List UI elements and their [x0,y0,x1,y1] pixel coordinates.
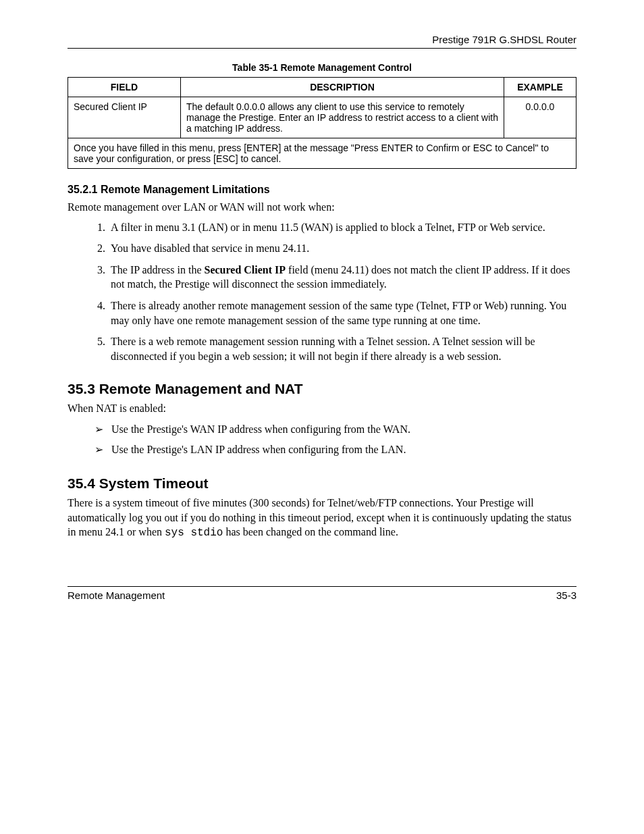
list-item: A filter in menu 3.1 (LAN) or in menu 11… [108,220,576,235]
heading-35-2-1: 35.2.1 Remote Management Limitations [68,184,576,196]
page: Prestige 791R G.SHDSL Router Table 35-1 … [0,0,644,834]
th-description: DESCRIPTION [181,78,504,97]
nat-list: Use the Prestige's WAN IP address when c… [68,421,576,458]
page-header: Prestige 791R G.SHDSL Router [68,34,576,49]
code-sys-stdio: sys stdio [165,527,223,539]
footer-right: 35-3 [556,590,576,601]
cell-description: The default 0.0.0.0 allows any client to… [181,97,504,138]
intro-35-2-1: Remote management over LAN or WAN will n… [68,200,576,215]
list-item: Use the Prestige's WAN IP address when c… [95,421,576,438]
page-footer: Remote Management 35-3 [68,586,576,601]
heading-35-4: 35.4 System Timeout [68,475,576,492]
th-field: FIELD [68,78,181,97]
cell-note: Once you have filled in this menu, press… [68,138,576,169]
cell-example: 0.0.0.0 [504,97,576,138]
product-name: Prestige 791R G.SHDSL Router [432,34,576,45]
secured-client-ip-bold: Secured Client IP [204,264,286,276]
table-header-row: FIELD DESCRIPTION EXAMPLE [68,78,576,97]
table-row: Secured Client IP The default 0.0.0.0 al… [68,97,576,138]
intro-35-3: When NAT is enabled: [68,401,576,416]
remote-management-table: FIELD DESCRIPTION EXAMPLE Secured Client… [68,77,576,169]
table-note-row: Once you have filled in this menu, press… [68,138,576,169]
para-35-4: There is a system timeout of five minute… [68,496,576,541]
table-caption: Table 35-1 Remote Management Control [68,62,576,73]
list-item: There is a web remote management session… [108,334,576,363]
list-item: The IP address in the Secured Client IP … [108,263,576,292]
list-item: Use the Prestige's LAN IP address when c… [95,442,576,458]
heading-35-3: 35.3 Remote Management and NAT [68,381,576,397]
list-item: You have disabled that service in menu 2… [108,241,576,256]
cell-field: Secured Client IP [68,97,181,138]
footer-left: Remote Management [68,590,165,601]
list-item: There is already another remote manageme… [108,298,576,328]
th-example: EXAMPLE [504,78,576,97]
limitations-list: A filter in menu 3.1 (LAN) or in menu 11… [68,220,576,364]
